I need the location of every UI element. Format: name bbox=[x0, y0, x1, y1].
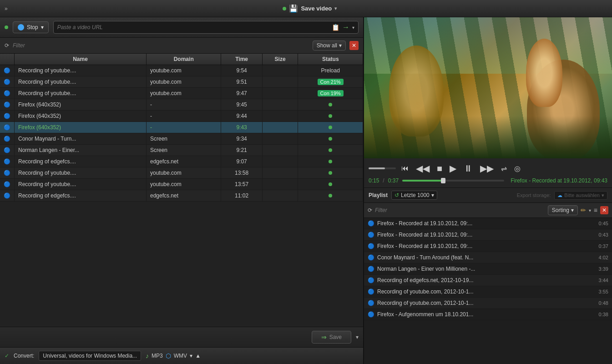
playlist-item[interactable]: 🔵Firefox - Recorded at 19.10.2012, 09:..… bbox=[364, 229, 612, 241]
playlist-selected-value: Letzte 1000 bbox=[401, 192, 430, 198]
row-rec-icon: 🔵 bbox=[0, 76, 15, 88]
convert-expand-icon[interactable]: ▲ bbox=[195, 353, 201, 359]
table-row[interactable]: 🔵Recording of youtube....youtube.com9:47… bbox=[0, 88, 363, 99]
stop-button[interactable]: Stop ▾ bbox=[13, 21, 49, 33]
pencil-chevron-icon[interactable]: ▾ bbox=[589, 208, 591, 213]
sorting-button[interactable]: Sorting ▾ bbox=[548, 205, 578, 215]
row-size bbox=[262, 65, 298, 76]
pl-item-duration: 3:39 bbox=[599, 266, 608, 272]
progress-thumb[interactable] bbox=[441, 178, 445, 183]
row-domain: - bbox=[146, 122, 221, 133]
filter-bar: ⟳ Show all ▾ ✕ bbox=[0, 38, 363, 54]
col-size[interactable]: Size bbox=[262, 54, 298, 65]
pl-item-duration: 0:37 bbox=[599, 243, 608, 249]
mp3-label: MP3 bbox=[152, 353, 163, 359]
playlist-item[interactable]: 🔵Recording of edgefcs.net, 2012-10-19...… bbox=[364, 275, 612, 286]
progress-bar[interactable] bbox=[402, 180, 504, 182]
edit-button[interactable]: ✏ bbox=[581, 207, 586, 214]
row-name: Recording of edgefcs.... bbox=[15, 156, 147, 167]
video-ground bbox=[364, 116, 612, 158]
title-chevron-icon[interactable]: ▾ bbox=[334, 6, 337, 11]
playlist-item[interactable]: 🔵Recording of youtube.com, 2012-10-1...3… bbox=[364, 286, 612, 298]
recordings-table[interactable]: Name Domain Time Size Status 🔵Recording … bbox=[0, 54, 363, 327]
row-name: Recording of youtube.... bbox=[15, 179, 147, 190]
volume-slider[interactable] bbox=[369, 167, 396, 169]
pl-rec-icon: 🔵 bbox=[368, 243, 374, 249]
row-name: Recording of youtube.... bbox=[15, 76, 147, 88]
table-row[interactable]: 🔵Recording of youtube....youtube.com9:54… bbox=[0, 65, 363, 76]
globe-icon bbox=[18, 24, 24, 30]
table-row[interactable]: 🔵Firefox (640x352)-9:43 bbox=[0, 122, 363, 133]
play-button[interactable]: ▶ bbox=[448, 162, 458, 175]
playlist-item[interactable]: 🔵Norman Langen - Einer von Millionen -..… bbox=[364, 263, 612, 275]
record-status-dot bbox=[5, 25, 8, 29]
playlist-item[interactable]: 🔵Recording of youtube.com, 2012-10-1...0… bbox=[364, 298, 612, 309]
playlist-clear-button[interactable]: ✕ bbox=[600, 206, 608, 214]
row-name: Norman Langen - Einer... bbox=[15, 145, 147, 156]
row-domain: youtube.com bbox=[146, 88, 221, 99]
pl-item-duration: 0:45 bbox=[599, 221, 608, 226]
playlist-item[interactable]: 🔵Firefox - Aufgenommen um 18.10.201...0:… bbox=[364, 309, 612, 320]
table-row[interactable]: 🔵Recording of edgefcs....edgefcs.net9:07 bbox=[0, 156, 363, 167]
playlist-items[interactable]: 🔵Firefox - Recorded at 19.10.2012, 09:..… bbox=[364, 218, 612, 364]
go-icon[interactable]: → bbox=[342, 23, 349, 31]
row-status bbox=[298, 122, 363, 133]
col-domain[interactable]: Domain bbox=[146, 54, 221, 65]
shuffle-button[interactable]: ⇌ bbox=[499, 163, 509, 174]
col-name[interactable]: Name bbox=[15, 54, 147, 65]
url-input[interactable] bbox=[57, 24, 329, 30]
fullscreen-button[interactable]: ◎ bbox=[512, 163, 522, 174]
forward-button[interactable]: ▶▶ bbox=[478, 162, 496, 175]
show-all-button[interactable]: Show all ▾ bbox=[313, 40, 346, 51]
pl-rec-icon: 🔵 bbox=[368, 311, 374, 318]
table-row[interactable]: 🔵Norman Langen - Einer...Screen9:21 bbox=[0, 145, 363, 156]
filter-input[interactable] bbox=[13, 42, 309, 49]
row-domain: - bbox=[146, 111, 221, 122]
row-size bbox=[262, 99, 298, 111]
table-row[interactable]: 🔵Recording of youtube....youtube.com13:5… bbox=[0, 179, 363, 190]
save-button[interactable]: ⇒ Save bbox=[312, 331, 351, 344]
save-dropdown-icon[interactable]: ▾ bbox=[356, 334, 359, 340]
col-time[interactable]: Time bbox=[221, 54, 262, 65]
row-name: Firefox (640x352) bbox=[15, 122, 147, 133]
table-row[interactable]: 🔵Recording of edgefcs....edgefcs.net11:0… bbox=[0, 190, 363, 202]
paste-icon[interactable]: 📋 bbox=[332, 24, 339, 31]
row-status: Preload bbox=[298, 65, 363, 76]
url-bar[interactable]: 📋 → ▾ bbox=[53, 21, 359, 34]
list-view-button[interactable]: ≡ bbox=[594, 207, 597, 214]
convert-option[interactable]: Universal, videos for Windows Media... bbox=[39, 351, 141, 361]
pl-rec-icon: 🔵 bbox=[368, 220, 374, 227]
pl-item-duration: 4:02 bbox=[599, 255, 608, 260]
table-row[interactable]: 🔵Firefox (640x352)-9:44 bbox=[0, 111, 363, 122]
stop-player-button[interactable]: ■ bbox=[435, 162, 444, 175]
pause-button[interactable]: ⏸ bbox=[462, 162, 475, 175]
row-rec-icon: 🔵 bbox=[0, 156, 15, 167]
table-row[interactable]: 🔵Recording of youtube....youtube.com9:51… bbox=[0, 76, 363, 88]
url-dropdown-icon[interactable]: ▾ bbox=[352, 25, 354, 30]
row-time: 13:57 bbox=[221, 179, 262, 190]
time-separator: / bbox=[383, 177, 384, 184]
row-domain: Screen bbox=[146, 145, 221, 156]
table-row[interactable]: 🔵Firefox (640x352)-9:45 bbox=[0, 99, 363, 111]
playlist-filter-input[interactable] bbox=[375, 207, 545, 213]
clear-filter-button[interactable]: ✕ bbox=[349, 41, 359, 50]
col-status[interactable]: Status bbox=[298, 54, 363, 65]
export-select[interactable]: ☁ Bitte auswählen ▾ bbox=[554, 191, 607, 200]
back-button[interactable]: ◀◀ bbox=[414, 162, 431, 175]
playlist-item[interactable]: 🔵Firefox - Recorded at 19.10.2012, 09:..… bbox=[364, 218, 612, 229]
row-time: 13:58 bbox=[221, 167, 262, 179]
row-status bbox=[298, 145, 363, 156]
rewind-button[interactable]: ⏮ bbox=[400, 163, 410, 173]
left-bottom-bar: ⇒ Save ▾ bbox=[0, 327, 363, 347]
row-size bbox=[262, 122, 298, 133]
row-rec-icon: 🔵 bbox=[0, 122, 15, 133]
row-rec-icon: 🔵 bbox=[0, 133, 15, 145]
col-icon bbox=[0, 54, 15, 65]
table-row[interactable]: 🔵Recording of youtube....youtube.com13:5… bbox=[0, 167, 363, 179]
convert-chevron-icon[interactable]: ▾ bbox=[190, 353, 192, 359]
table-row[interactable]: 🔵Conor Maynard - Turn...Screen9:34 bbox=[0, 133, 363, 145]
playlist-item[interactable]: 🔵Conor Maynard - Turn Around (feat. N...… bbox=[364, 252, 612, 263]
playlist-select[interactable]: ↺ Letzte 1000 ▾ bbox=[391, 191, 437, 200]
wmv-icon: ⬡ bbox=[166, 352, 171, 359]
playlist-item[interactable]: 🔵Firefox - Recorded at 19.10.2012, 09:..… bbox=[364, 241, 612, 252]
